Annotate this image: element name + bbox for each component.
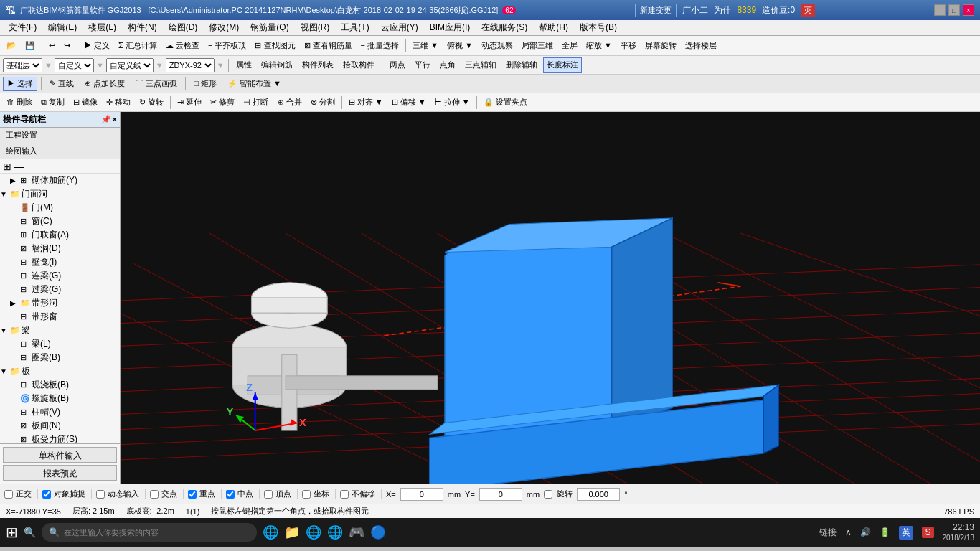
tree-strip-window[interactable]: ⊟ 带形窗 xyxy=(0,310,120,324)
three-arc-btn[interactable]: ⌒ 三点画弧 xyxy=(131,77,182,91)
tree-masonry[interactable]: ▶ ⊞ 砌体加筋(Y) xyxy=(0,174,120,187)
engineering-settings-btn[interactable]: 工程设置 xyxy=(3,129,40,141)
3d-btn[interactable]: 三维 ▼ xyxy=(409,38,442,54)
start-button[interactable]: ⊞ xyxy=(6,524,18,541)
stretch-btn[interactable]: ⊢ 拉伸 ▼ xyxy=(431,95,473,110)
menu-file[interactable]: 文件(F) xyxy=(3,20,42,35)
extend-btn[interactable]: ⇥ 延伸 xyxy=(174,95,205,110)
tree-door-opening[interactable]: ▼ 📁 门面洞 xyxy=(0,187,120,201)
pick-component-btn[interactable]: 拾取构件 xyxy=(339,57,378,73)
menu-modify[interactable]: 修改(M) xyxy=(203,20,245,35)
task-icon-3[interactable]: 🌐 xyxy=(306,524,321,540)
line-type-select[interactable]: 自定义线 xyxy=(106,58,154,72)
intersect-checkbox[interactable] xyxy=(150,490,159,499)
tree-coupling-beam[interactable]: ⊟ 连梁(G) xyxy=(0,269,120,283)
expand-icon-2[interactable]: ▼ xyxy=(0,190,10,198)
panel-pin-btn[interactable]: 📌 xyxy=(101,115,111,124)
point-angle-btn[interactable]: 点角 xyxy=(436,57,459,73)
smart-place-btn[interactable]: ⚡ 智能布置 ▼ xyxy=(223,77,286,91)
edit-rebar-btn[interactable]: 编辑钢筋 xyxy=(258,57,296,73)
fullscreen-btn[interactable]: 全屏 xyxy=(558,38,581,54)
menu-cloud[interactable]: 云应用(Y) xyxy=(375,20,424,35)
tree-wallhole[interactable]: ⊠ 墙洞(D) xyxy=(0,242,120,255)
tree-cast-slab[interactable]: ⊟ 现浇板(B) xyxy=(0,378,120,392)
layer-select[interactable]: 基础层 xyxy=(3,58,42,72)
zdyx-select[interactable]: ZDYX-92 xyxy=(166,58,215,72)
component-list-btn[interactable]: 构件列表 xyxy=(298,57,337,73)
lang-indicator[interactable]: 英 xyxy=(899,526,913,540)
pan-btn[interactable]: 平移 xyxy=(617,38,640,54)
break-btn[interactable]: ⊣ 打断 xyxy=(240,95,272,110)
tree-niche[interactable]: ⊟ 壁龛(I) xyxy=(0,255,120,269)
menu-help[interactable]: 帮助(H) xyxy=(533,20,574,35)
point-length-btn[interactable]: ⊕ 点加长度 xyxy=(80,77,129,91)
menu-service[interactable]: 在线服务(S) xyxy=(476,20,533,35)
midpoint-checkbox[interactable] xyxy=(188,490,197,499)
dynamic-view-btn[interactable]: 动态观察 xyxy=(478,38,517,54)
vertex-checkbox[interactable] xyxy=(264,490,273,499)
rotate-input[interactable] xyxy=(577,488,620,501)
add-icon[interactable]: ⊞ xyxy=(3,161,11,172)
tree-spiral-slab[interactable]: 🌀 螺旋板(B) xyxy=(0,392,120,405)
offset-btn[interactable]: ⊡ 偏移 ▼ xyxy=(388,95,430,110)
line-tool-btn[interactable]: ✎ 直线 xyxy=(45,77,78,91)
tree-slab-rebar[interactable]: ⊠ 板受力筋(S) xyxy=(0,433,120,443)
menu-draw[interactable]: 绘图(D) xyxy=(163,20,204,35)
move-btn[interactable]: ✛ 移动 xyxy=(103,95,134,110)
split-btn[interactable]: ⊗ 分割 xyxy=(307,95,339,110)
remove-icon[interactable]: — xyxy=(14,161,24,172)
topview-btn[interactable]: 俯视 ▼ xyxy=(443,38,476,54)
single-component-btn[interactable]: 单构件输入 xyxy=(3,447,117,463)
dynamic-checkbox[interactable] xyxy=(96,490,105,499)
center-checkbox[interactable] xyxy=(226,490,235,499)
task-icon-5[interactable]: 🎮 xyxy=(349,524,364,540)
report-preview-btn[interactable]: 报表预览 xyxy=(3,465,117,481)
tree-doorwindow[interactable]: ⊞ 门联窗(A) xyxy=(0,228,120,242)
trim-btn[interactable]: ✂ 修剪 xyxy=(207,95,238,110)
parallel-btn[interactable]: 平行 xyxy=(411,57,434,73)
local-3d-btn[interactable]: 局部三维 xyxy=(518,38,557,54)
rotate-tool-btn[interactable]: ↻ 旋转 xyxy=(136,95,167,110)
select-floor-btn[interactable]: 选择楼层 xyxy=(682,38,720,54)
search-bar[interactable]: 🔍 在这里输入你要搜索的内容 xyxy=(42,523,257,542)
task-icon-2[interactable]: 📁 xyxy=(284,524,300,540)
custom-select[interactable]: 自定义 xyxy=(55,58,94,72)
tree-column-cap[interactable]: ⊟ 柱帽(V) xyxy=(0,405,120,419)
menu-edit[interactable]: 编辑(E) xyxy=(42,20,83,35)
maximize-button[interactable]: □ xyxy=(948,4,960,16)
align-btn[interactable]: ≡ 平齐板顶 xyxy=(204,38,250,54)
properties-btn[interactable]: 属性 xyxy=(232,57,255,73)
tree-strip-hole-group[interactable]: ▶ 📁 带形洞 xyxy=(0,296,120,310)
x-input[interactable] xyxy=(400,488,443,501)
menu-bim[interactable]: BIM应用(I) xyxy=(424,20,476,35)
define-btn[interactable]: ▶ 定义 xyxy=(80,38,113,54)
rotate-checkbox[interactable] xyxy=(544,490,552,499)
noshift-checkbox[interactable] xyxy=(340,490,349,499)
menu-floor[interactable]: 楼层(L) xyxy=(83,20,122,35)
undo-btn[interactable]: ↩ xyxy=(45,38,59,54)
align-tool-btn[interactable]: ⊞ 对齐 ▼ xyxy=(345,95,387,110)
volume-icon[interactable]: 🔊 xyxy=(860,527,871,537)
snap-checkbox[interactable] xyxy=(42,490,51,499)
del-aux-btn[interactable]: 删除辅轴 xyxy=(502,57,541,73)
task-icon-4[interactable]: 🌐 xyxy=(327,524,343,540)
new-change-btn[interactable]: 新建变更 xyxy=(635,4,677,17)
delete-btn[interactable]: 🗑 删除 xyxy=(3,95,36,110)
two-point-btn[interactable]: 两点 xyxy=(386,57,409,73)
mirror-btn[interactable]: ⊟ 镜像 xyxy=(70,95,101,110)
copy-btn[interactable]: ⧉ 复制 xyxy=(37,95,68,110)
merge-btn[interactable]: ⊕ 合并 xyxy=(274,95,306,110)
rect-btn[interactable]: □ 矩形 xyxy=(189,77,221,91)
menu-component[interactable]: 构件(N) xyxy=(122,20,163,35)
save-btn[interactable]: 💾 xyxy=(22,38,39,54)
find-btn[interactable]: ⊞ 查找图元 xyxy=(251,38,298,54)
select-tool-btn[interactable]: ▶ 选择 xyxy=(3,77,37,91)
viewport[interactable]: Z X Y xyxy=(121,112,980,484)
tree-ring-beam[interactable]: ⊟ 圈梁(B) xyxy=(0,351,120,364)
ortho-checkbox[interactable] xyxy=(4,490,13,499)
length-mark-btn[interactable]: 长度标注 xyxy=(543,57,582,73)
close-button[interactable]: × xyxy=(963,4,974,16)
expand-tray-btn[interactable]: ∧ xyxy=(845,527,852,537)
ime-icon[interactable]: S xyxy=(922,527,933,538)
draw-input-btn[interactable]: 绘图输入 xyxy=(3,145,40,157)
